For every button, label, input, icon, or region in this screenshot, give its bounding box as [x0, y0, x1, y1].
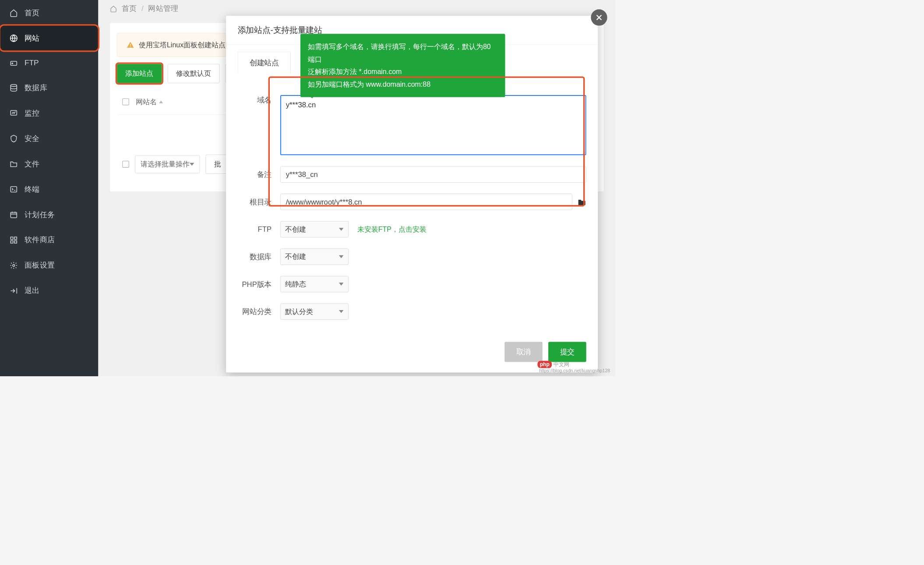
- domain-tooltip: 如需填写多个域名，请换行填写，每行一个域名，默认为80端口 泛解析添加方法 *.…: [300, 34, 505, 97]
- watermark-badge: php 中文网: [537, 361, 569, 368]
- php-select[interactable]: 纯静态: [280, 276, 349, 292]
- remark-input[interactable]: [280, 166, 586, 183]
- browse-folder-icon[interactable]: [578, 198, 586, 205]
- chevron-down-icon: [339, 255, 344, 258]
- watermark-url: https://blog.csdn.net/kuangshp128: [539, 368, 610, 373]
- tab-create-site[interactable]: 创建站点: [238, 52, 291, 74]
- domain-textarea[interactable]: [280, 95, 586, 155]
- submit-button[interactable]: 提交: [548, 342, 586, 362]
- label-category: 网站分类: [238, 307, 280, 316]
- row-db: 数据库 不创建: [238, 248, 586, 265]
- label-db: 数据库: [238, 252, 280, 261]
- row-remark: 备注: [238, 166, 586, 183]
- chevron-down-icon: [339, 282, 344, 286]
- close-button[interactable]: [591, 9, 607, 25]
- label-remark: 备注: [238, 170, 280, 179]
- chevron-down-icon: [339, 228, 344, 231]
- row-ftp: FTP 不创建 未安装FTP，点击安装: [238, 221, 586, 237]
- close-icon: [595, 14, 603, 22]
- label-root: 根目录: [238, 197, 280, 207]
- label-ftp: FTP: [238, 225, 280, 233]
- row-root: 根目录: [238, 194, 586, 210]
- row-domain: 域名: [238, 95, 586, 155]
- category-select[interactable]: 默认分类: [280, 304, 349, 320]
- root-input[interactable]: [280, 194, 572, 210]
- ftp-select[interactable]: 不创建: [280, 221, 349, 237]
- form-area: 域名 备注 根目录 FTP 不创建 未安装FTP，点击安装 数据库: [226, 95, 598, 331]
- row-category: 网站分类 默认分类: [238, 304, 586, 320]
- row-php: PHP版本 纯静态: [238, 276, 586, 292]
- label-domain: 域名: [238, 95, 280, 105]
- ftp-install-link[interactable]: 未安装FTP，点击安装: [357, 225, 427, 234]
- label-php: PHP版本: [238, 279, 280, 289]
- db-select[interactable]: 不创建: [280, 248, 349, 265]
- chevron-down-icon: [339, 310, 344, 313]
- cancel-button[interactable]: 取消: [504, 342, 543, 362]
